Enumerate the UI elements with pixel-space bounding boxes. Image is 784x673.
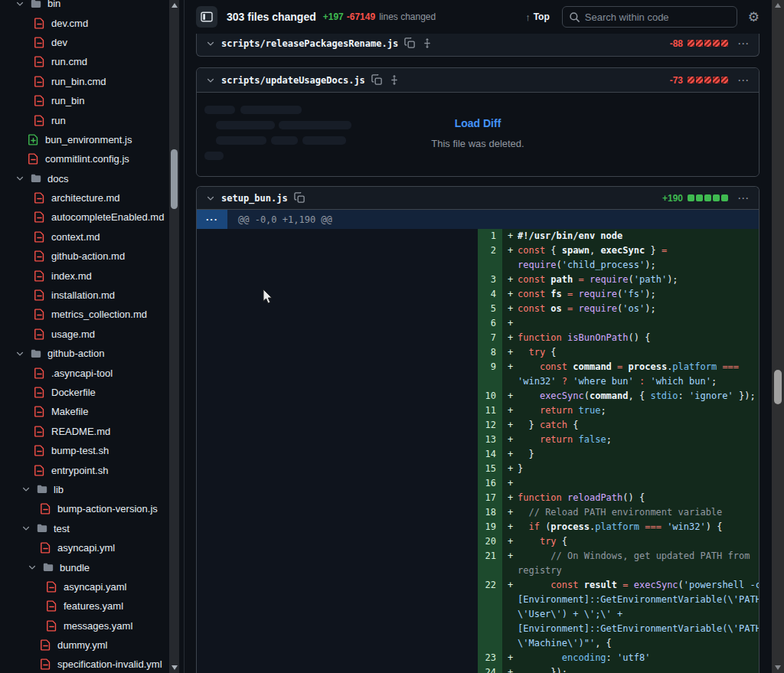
tree-file-item[interactable]: dev (0, 33, 168, 52)
tree-file-item[interactable]: commitlint.config.js (0, 149, 168, 168)
code-token: stdio (650, 390, 678, 401)
file-name[interactable]: setup_bun.js (221, 193, 288, 204)
tree-file-item[interactable]: bump-action-version.js (0, 499, 168, 518)
tree-folder-item[interactable]: bundle (0, 557, 168, 577)
tree-folder-item[interactable]: bin (0, 0, 168, 13)
move-icon[interactable] (422, 38, 433, 49)
code-token: = (622, 580, 628, 590)
tree-file-item[interactable]: entrypoint.sh (0, 460, 168, 479)
page-scroll-down-arrow-icon[interactable] (775, 665, 781, 670)
chevron-down-icon[interactable] (206, 194, 215, 203)
file-name[interactable]: scripts/releasePackagesRename.js (221, 38, 398, 49)
tree-file-item[interactable]: dev.cmd (0, 13, 168, 32)
code-token: require (579, 303, 618, 314)
copy-path-icon[interactable] (294, 192, 305, 204)
chevron-down-icon[interactable] (206, 76, 215, 85)
tree-folder-item[interactable]: github-action (0, 344, 168, 363)
line-number[interactable]: 1 (478, 229, 502, 243)
copy-path-icon[interactable] (371, 74, 383, 86)
code-cell: +const fs = require('fs'); (502, 287, 760, 302)
sidebar-scroll-down-arrow-icon[interactable] (172, 665, 178, 670)
line-number[interactable]: 17 (478, 491, 502, 505)
line-number[interactable]: 9 (478, 360, 502, 389)
tree-file-item[interactable]: asyncapi.yml (0, 538, 168, 557)
line-number[interactable]: 4 (478, 287, 502, 302)
tree-file-item[interactable]: bump-test.sh (0, 441, 168, 460)
expand-hunk-button[interactable]: ··· (197, 210, 227, 229)
line-number[interactable]: 13 (478, 433, 502, 447)
diff-removed-icon (34, 56, 45, 67)
code-token: try (528, 347, 545, 358)
line-number[interactable]: 15 (478, 462, 502, 476)
line-number[interactable]: 18 (478, 505, 502, 520)
line-number[interactable]: 22 (478, 578, 502, 651)
line-number[interactable]: 10 (478, 389, 502, 403)
scroll-to-top-button[interactable]: ↑ Top (525, 11, 550, 23)
tree-file-item[interactable]: Dockerfile (0, 383, 168, 402)
tree-file-item[interactable]: context.md (0, 227, 168, 247)
line-number[interactable]: 20 (478, 534, 502, 549)
tree-item-label: messages.yaml (64, 620, 132, 632)
line-number[interactable]: 3 (478, 273, 502, 287)
tree-file-item[interactable]: messages.yaml (0, 616, 168, 635)
header-right-group: ↑ Top ⚙ (525, 6, 760, 28)
line-number[interactable]: 24 (478, 665, 502, 673)
file-name[interactable]: scripts/updateUsageDocs.js (221, 75, 365, 86)
page-scrollbar[interactable] (772, 0, 784, 673)
chevron-down-icon[interactable] (206, 39, 215, 48)
move-icon[interactable] (389, 74, 400, 86)
diff-removed-icon (40, 503, 51, 515)
tree-file-item[interactable]: installation.md (0, 286, 168, 305)
line-number[interactable]: 8 (478, 345, 502, 360)
tree-file-item[interactable]: .asyncapi-tool (0, 363, 168, 382)
sidebar-scroll-up-arrow-icon[interactable] (172, 3, 178, 8)
kebab-menu-icon[interactable]: ⋯ (737, 191, 750, 205)
line-number[interactable]: 6 (478, 316, 502, 331)
code-token: return (540, 434, 573, 445)
tree-file-item[interactable]: run_bin (0, 91, 168, 110)
code-token: ( (629, 274, 634, 285)
tree-file-item[interactable]: Makefile (0, 402, 168, 421)
tree-file-item[interactable]: specification-invalid.yml (0, 655, 168, 673)
tree-folder-item[interactable]: lib (0, 480, 168, 499)
tree-folder-item[interactable]: docs (0, 169, 168, 188)
tree-folder-item[interactable]: test (0, 519, 168, 538)
load-diff-button[interactable]: Load Diff (197, 117, 759, 129)
line-number[interactable]: 12 (478, 418, 502, 433)
line-number[interactable]: 23 (478, 651, 502, 665)
tree-file-item[interactable]: run (0, 110, 168, 129)
line-number[interactable]: 7 (478, 331, 502, 345)
file-tree-toggle-button[interactable] (196, 6, 217, 28)
line-number[interactable]: 21 (478, 549, 502, 578)
sidebar-scrollbar-thumb[interactable] (171, 149, 178, 209)
tree-file-item[interactable]: asyncapi.yaml (0, 577, 168, 596)
tree-file-item[interactable]: README.md (0, 422, 168, 441)
tree-file-item[interactable]: metrics_collection.md (0, 305, 168, 324)
page-scroll-up-arrow-icon[interactable] (775, 3, 781, 8)
tree-file-item[interactable]: bun_environment.js (0, 130, 168, 149)
tree-file-item[interactable]: run.cmd (0, 52, 168, 71)
line-number[interactable]: 5 (478, 302, 502, 316)
line-number[interactable]: 19 (478, 520, 502, 534)
tree-file-item[interactable]: autocompleteEnabled.md (0, 207, 168, 227)
tree-file-item[interactable]: github-action.md (0, 247, 168, 266)
kebab-menu-icon[interactable]: ⋯ (737, 74, 750, 87)
kebab-menu-icon[interactable]: ⋯ (737, 37, 750, 51)
sidebar-toggle-icon (201, 11, 213, 23)
tree-file-item[interactable]: architecture.md (0, 188, 168, 207)
line-number[interactable]: 14 (478, 447, 502, 462)
tree-file-item[interactable]: usage.md (0, 325, 168, 344)
line-number[interactable]: 2 (478, 243, 502, 273)
gear-icon[interactable]: ⚙ (748, 11, 760, 24)
line-number[interactable]: 16 (478, 476, 502, 491)
search-within-code-box[interactable] (562, 6, 737, 28)
tree-file-item[interactable]: features.yaml (0, 596, 168, 616)
line-number[interactable]: 11 (478, 403, 502, 418)
copy-path-icon[interactable] (404, 38, 416, 49)
tree-file-item[interactable]: dummy.yml (0, 635, 168, 655)
tree-file-item[interactable]: index.md (0, 266, 168, 285)
search-input[interactable] (585, 11, 730, 23)
page-scrollbar-thumb[interactable] (774, 370, 782, 404)
tree-file-item[interactable]: run_bin.cmd (0, 72, 168, 91)
sidebar-scrollbar[interactable] (169, 0, 179, 673)
